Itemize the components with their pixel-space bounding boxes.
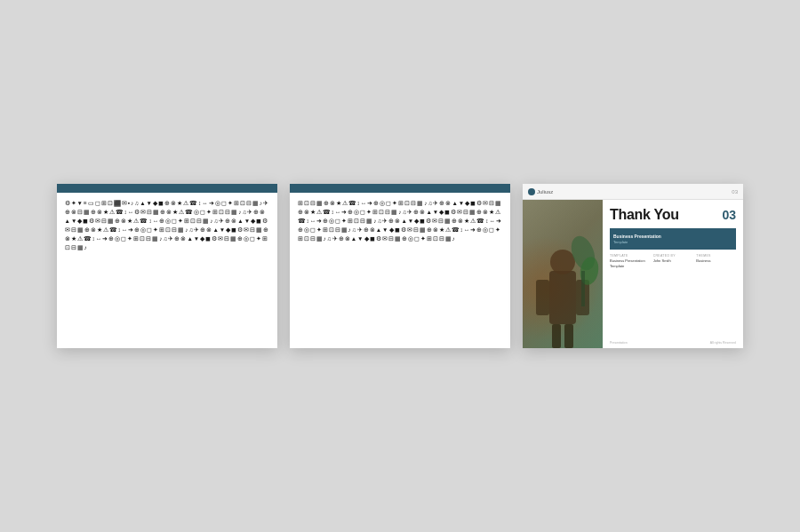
icon: ✉ [140,208,146,216]
icon: ➜ [102,234,108,242]
icon: ⊡ [190,217,196,225]
slide-1[interactable]: ⚙✦▼≡▭◻⊞⊡⬛✉▪♪♫▲▼◆◼⊕⊗★⚠☎↕↔➜◎◻✦⊞⊡⊟▦♪✈⊕⊗ ⊟▦⊕… [57,184,277,348]
icon: ★ [172,208,178,216]
icon: ➜ [341,208,347,216]
logo-icon [528,188,535,195]
icon: ⊕ [364,226,369,234]
icon: ⊕ [263,226,268,234]
icon: ⊡ [379,208,384,216]
icon: ⊕ [65,208,70,216]
icon: ♪ [210,217,212,225]
icon: ✦ [71,199,76,207]
slide-2-header [290,184,510,193]
icon: ⚙ [65,199,70,207]
icon: ➜ [209,199,214,207]
icon: ✉ [432,217,437,225]
icon: ◆ [226,226,230,234]
slide-2[interactable]: ⊞⊡⊟▦⊕⊗★⚠☎↕↔➜⊕◎◻✦⊞⊡⊟▦♪♫✈⊕⊗▲▼◆◼⚙✉⊟▦⊕⊗★ ⚠☎↕… [290,184,510,348]
icon: ⊞ [298,234,303,242]
icon: ◼ [444,208,450,216]
info-label-3: Themes [696,254,736,258]
icon: ♪ [131,199,133,207]
icon: ◼ [231,226,236,234]
icon: ⊡ [329,226,334,234]
icon: ▼ [147,199,152,207]
icon: ⊕ [134,226,140,234]
icon: ◻ [172,217,177,225]
icon: ▼ [357,234,363,242]
icon: ⊗ [483,208,488,216]
icon: ★ [439,226,444,234]
info-value-2: John Smith [653,258,693,264]
icon: ♫ [213,217,218,225]
icon: ▦ [77,243,84,251]
icon: ◆ [439,208,444,216]
icon: ✦ [341,217,347,225]
info-col-1: Template Business PresentationTemplate [610,254,650,268]
icon: ⊕ [452,217,457,225]
icon: ✦ [206,208,212,216]
icon: ↕ [332,208,334,216]
icon: ◆ [200,234,204,242]
image-background [523,200,603,348]
icon: ☎ [109,226,117,234]
icon: ➜ [496,217,501,225]
icon: ⊕ [225,217,230,225]
icon: ✉ [382,234,388,242]
icon: ◎ [304,226,309,234]
icon: ★ [127,217,132,225]
icon: ♫ [327,234,332,242]
icon: ◻ [95,199,100,207]
icon: ▲ [237,217,243,225]
icon: ⊕ [324,199,329,207]
icon: ▦ [341,226,348,234]
icon: ⊗ [445,199,451,207]
icon: ⊞ [234,199,239,207]
icon: ☎ [140,217,148,225]
icon: ⚙ [212,234,217,242]
icon: ⊗ [171,199,176,207]
slide-1-icons: ⚙✦▼≡▭◻⊞⊡⬛✉▪♪♫▲▼◆◼⊕⊗★⚠☎↕↔➜◎◻✦⊞⊡⊟▦♪✈⊕⊗ ⊟▦⊕… [57,193,277,258]
icon: ♫ [403,208,407,216]
icon: ♫ [164,234,168,242]
icon: ◼ [83,217,88,225]
slide-3[interactable]: Juliusz 03 [523,184,743,348]
icon: ★ [103,208,108,216]
icon: ◎ [329,217,334,225]
icon: ⊟ [225,208,230,216]
icon: ▦ [230,234,236,242]
icon: ✦ [366,208,372,216]
icon: ◻ [147,226,152,234]
icon: ⊕ [348,208,353,216]
icon: ⊡ [433,234,438,242]
info-label-2: Created By [653,254,693,258]
icon: ▦ [469,208,476,216]
icon: ◎ [354,208,359,216]
icon: ✉ [95,217,100,225]
icon: ⊟ [246,199,252,207]
icon: ✈ [332,234,338,242]
icon: ⊗ [433,226,438,234]
icon: ✉ [218,234,223,242]
icon: ⊗ [231,217,236,225]
icon: ⬛ [114,199,121,207]
icon: ★ [464,217,469,225]
icon: ⊗ [97,208,102,216]
icon: ▪ [128,199,130,207]
info-value-1: Business PresentationTemplate [610,258,650,268]
icon: ⊡ [354,217,359,225]
icon: ✉ [407,226,412,234]
icon: ⊕ [402,234,407,242]
icon: ⊞ [348,217,353,225]
icon: ⊕ [237,234,243,242]
icon: ▦ [152,234,158,242]
icon: ⊟ [71,226,76,234]
icon: ⊟ [310,234,316,242]
info-col-2: Created By John Smith [653,254,693,268]
icon: ↕ [198,199,201,207]
icon: ↕ [118,226,121,234]
icon: ◼ [205,234,211,242]
icon: ⊗ [121,217,126,225]
icon: ▲ [401,217,406,225]
icon: ↔ [310,217,316,225]
